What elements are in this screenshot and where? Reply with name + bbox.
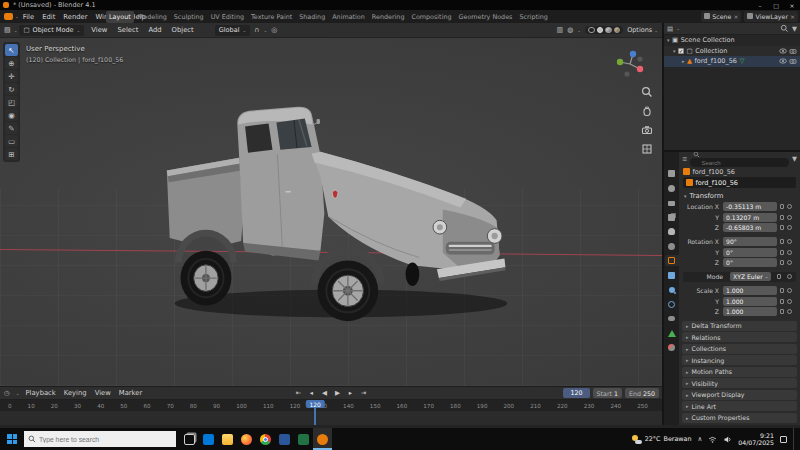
- filter-icon[interactable]: ▼: [792, 155, 797, 163]
- render-camera-icon[interactable]: [789, 47, 797, 55]
- annotate-tool[interactable]: ✎: [5, 122, 18, 134]
- animate-decorator-icon[interactable]: [787, 215, 792, 220]
- proportional-editing-icon[interactable]: ◎: [271, 26, 277, 34]
- workspace-tab[interactable]: Geometry Nodes: [456, 11, 516, 23]
- frame-start-field[interactable]: Start1: [593, 388, 622, 398]
- render-camera-icon[interactable]: [789, 57, 797, 65]
- properties-panel-header[interactable]: ▸ Delta Transform: [682, 321, 797, 331]
- workspace-tab[interactable]: Animation: [329, 11, 368, 23]
- wifi-icon[interactable]: [708, 435, 717, 444]
- modifiers-tab[interactable]: [665, 270, 679, 281]
- lock-icon[interactable]: [780, 288, 784, 293]
- render-tab[interactable]: [665, 183, 679, 194]
- workspace-tab[interactable]: UV Editing: [208, 11, 247, 23]
- animate-decorator-icon[interactable]: [787, 288, 792, 293]
- hidden-icons-chevron-icon[interactable]: ∧: [698, 435, 703, 443]
- disclosure-triangle-icon[interactable]: ▸: [682, 58, 685, 64]
- properties-panel-header[interactable]: ▸ Custom Properties: [682, 413, 797, 423]
- particles-tab[interactable]: [665, 284, 679, 295]
- lock-icon[interactable]: [780, 260, 784, 265]
- workspace-tab[interactable]: Shading: [296, 11, 328, 23]
- world-tab[interactable]: [665, 241, 679, 252]
- object-label[interactable]: ford_f100_56: [695, 57, 737, 65]
- playhead[interactable]: 120: [314, 400, 316, 425]
- properties-editor-icon[interactable]: ≡: [682, 155, 687, 163]
- lock-icon[interactable]: [780, 309, 784, 314]
- filter-icon[interactable]: ▼: [792, 25, 797, 33]
- material-preview-icon[interactable]: [605, 27, 612, 34]
- object-name-field[interactable]: ford_f100_56: [683, 177, 796, 188]
- object-tab[interactable]: [665, 255, 679, 266]
- properties-panel-header[interactable]: ▸ Collections: [682, 344, 797, 354]
- animate-decorator-icon[interactable]: [787, 260, 792, 265]
- cursor-tool[interactable]: ⊕: [5, 57, 18, 69]
- mode-dropdown[interactable]: ▢ Object Mode ⌄: [19, 25, 84, 36]
- view-layer-selector[interactable]: ViewLayer ×: [744, 11, 798, 22]
- scene-collection-label[interactable]: Scene Collection: [681, 36, 735, 44]
- measure-tool[interactable]: ▭: [5, 135, 18, 147]
- solid-shading-icon[interactable]: [597, 27, 604, 34]
- timeline-menu-item[interactable]: Keying: [64, 389, 87, 397]
- properties-panel-header[interactable]: ▸ Visibility: [682, 378, 797, 388]
- lock-icon[interactable]: [780, 239, 784, 244]
- timeline-ruler[interactable]: 0102030405060708090100110120130140150160…: [0, 400, 662, 411]
- transform-tool[interactable]: ◉: [5, 109, 18, 121]
- transform-panel-header[interactable]: ▾ Transform: [679, 190, 800, 201]
- camera-view-icon[interactable]: [641, 124, 653, 136]
- scene-tab[interactable]: [665, 226, 679, 237]
- lock-icon[interactable]: [780, 299, 784, 304]
- animate-decorator-icon[interactable]: [787, 299, 792, 304]
- outliner-row-collection[interactable]: ▾ ✓ ▢ Collection: [664, 46, 800, 57]
- workspace-tab[interactable]: Texture Paint: [248, 11, 295, 23]
- transform-orientation-dropdown[interactable]: Global ⌄: [215, 25, 251, 36]
- taskbar-clock[interactable]: 9:21 04/07/2025: [738, 432, 774, 447]
- close-button[interactable]: ×: [784, 0, 800, 10]
- snap-magnet-icon[interactable]: ∩: [254, 26, 259, 34]
- tweak-tool[interactable]: ↖: [5, 44, 18, 56]
- lock-icon[interactable]: [780, 225, 784, 230]
- object-data-tab[interactable]: [665, 328, 679, 339]
- workspace-tab[interactable]: Sculpting: [171, 11, 207, 23]
- timeline-track-area[interactable]: [0, 411, 662, 426]
- breadcrumb-object-name[interactable]: ford_f100_56: [693, 168, 735, 176]
- minimize-button[interactable]: –: [752, 0, 768, 10]
- workspace-tab[interactable]: Modeling: [135, 11, 170, 23]
- properties-panel-header[interactable]: ▸ Instancing: [682, 355, 797, 365]
- truck-model[interactable]: [155, 98, 527, 328]
- task-view-icon[interactable]: [180, 428, 199, 450]
- lock-icon[interactable]: [780, 250, 784, 255]
- editor-type-icon[interactable]: ▧: [3, 26, 12, 34]
- animate-decorator-icon[interactable]: [787, 239, 792, 244]
- number-field[interactable]: -0.35113 m ⌄: [723, 202, 777, 211]
- menubar-item[interactable]: Render: [59, 13, 91, 21]
- animate-decorator-icon[interactable]: [787, 204, 792, 209]
- prev-keyframe-button[interactable]: ◂: [306, 388, 318, 399]
- next-keyframe-button[interactable]: ▸: [345, 388, 357, 399]
- zoom-icon[interactable]: [641, 86, 653, 98]
- animate-decorator-icon[interactable]: [787, 250, 792, 255]
- viewport-menu-item[interactable]: Object: [167, 26, 199, 34]
- workspace-tab[interactable]: Compositing: [408, 11, 454, 23]
- number-field[interactable]: 90° ⌄: [723, 237, 777, 246]
- jump-to-start-button[interactable]: ⇤: [293, 388, 305, 399]
- properties-panel-header[interactable]: ▸ Line Art: [682, 401, 797, 411]
- hide-eye-icon[interactable]: [779, 57, 787, 65]
- mail-icon[interactable]: [199, 428, 218, 450]
- volume-icon[interactable]: [723, 435, 732, 444]
- move-tool[interactable]: ✛: [5, 70, 18, 82]
- rotate-tool[interactable]: ↻: [5, 83, 18, 95]
- timeline-menu-item[interactable]: Playback: [25, 389, 55, 397]
- blender-icon[interactable]: [313, 428, 332, 450]
- file-explorer-icon[interactable]: [218, 428, 237, 450]
- number-field[interactable]: 1.000 ⌄: [723, 297, 777, 306]
- collection-checkbox[interactable]: ✓: [678, 48, 684, 54]
- collection-label[interactable]: Collection: [695, 47, 727, 55]
- animate-decorator-icon[interactable]: [787, 225, 792, 230]
- weather-widget[interactable]: 22°C Berawan: [632, 435, 692, 444]
- properties-panel-header[interactable]: ▸ Motion Paths: [682, 367, 797, 377]
- number-field[interactable]: XYZ Euler ⌄: [730, 272, 771, 281]
- show-desktop-button[interactable]: [793, 428, 797, 450]
- workspace-tab[interactable]: Layout: [106, 11, 134, 23]
- navigation-gizmo[interactable]: [614, 48, 646, 80]
- maximize-button[interactable]: □: [768, 0, 784, 10]
